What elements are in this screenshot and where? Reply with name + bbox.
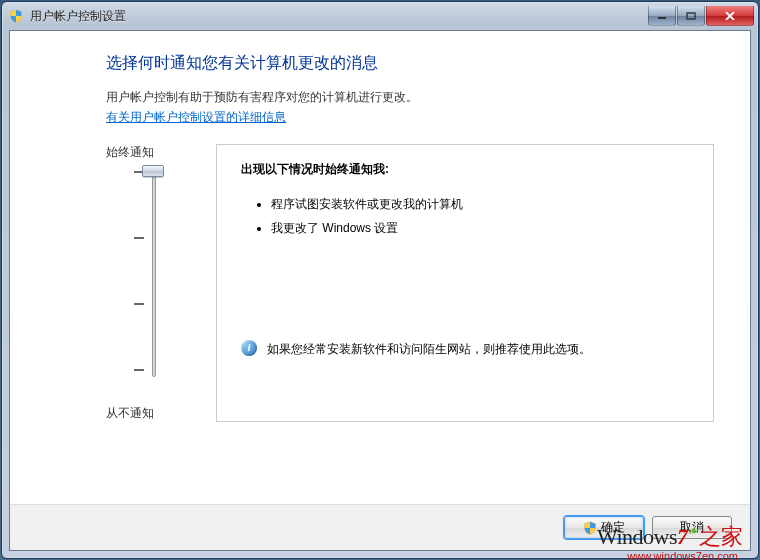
recommendation-text: 如果您经常安装新软件和访问陌生网站，则推荐使用此选项。 bbox=[267, 340, 591, 359]
intro-text: 用户帐户控制有助于预防有害程序对您的计算机进行更改。 bbox=[106, 88, 714, 107]
maximize-button[interactable] bbox=[677, 6, 705, 26]
titlebar[interactable]: 用户帐户控制设置 bbox=[2, 2, 758, 30]
svg-rect-1 bbox=[687, 13, 695, 19]
list-item: 程序试图安装软件或更改我的计算机 bbox=[271, 192, 689, 216]
slider-column: 始终通知 从不通知 bbox=[46, 144, 216, 422]
ok-label: 确定 bbox=[601, 519, 625, 536]
window-controls bbox=[648, 6, 754, 26]
slider[interactable] bbox=[46, 167, 216, 397]
button-row: 确定 取消 bbox=[10, 504, 750, 550]
page-title: 选择何时通知您有关计算机更改的消息 bbox=[106, 53, 714, 74]
close-button[interactable] bbox=[706, 6, 754, 26]
ok-button[interactable]: 确定 bbox=[564, 516, 644, 539]
slider-tick bbox=[134, 237, 144, 239]
slider-track bbox=[152, 167, 156, 377]
uac-shield-icon bbox=[8, 8, 24, 24]
recommendation-note: i 如果您经常安装新软件和访问陌生网站，则推荐使用此选项。 bbox=[241, 340, 689, 359]
client-area: 选择何时通知您有关计算机更改的消息 用户帐户控制有助于预防有害程序对您的计算机进… bbox=[9, 30, 751, 551]
slider-label-never: 从不通知 bbox=[106, 405, 216, 422]
cancel-label: 取消 bbox=[680, 519, 704, 536]
window-title: 用户帐户控制设置 bbox=[30, 8, 648, 25]
description-heading: 出现以下情况时始终通知我: bbox=[241, 161, 689, 178]
slider-label-always: 始终通知 bbox=[106, 144, 216, 161]
slider-thumb[interactable] bbox=[142, 165, 164, 177]
minimize-button[interactable] bbox=[648, 6, 676, 26]
main-area: 始终通知 从不通知 出现以下情况时始终通知我: 程序试图安装软件或更改我的计算机… bbox=[46, 144, 714, 422]
cancel-button[interactable]: 取消 bbox=[652, 516, 732, 539]
list-item: 我更改了 Windows 设置 bbox=[271, 216, 689, 240]
slider-tick bbox=[134, 369, 144, 371]
window-frame: 用户帐户控制设置 选择何时通知您有关计算机更改的消息 用户帐户控制有助于预防有害… bbox=[1, 1, 759, 559]
description-panel: 出现以下情况时始终通知我: 程序试图安装软件或更改我的计算机 我更改了 Wind… bbox=[216, 144, 714, 422]
description-list: 程序试图安装软件或更改我的计算机 我更改了 Windows 设置 bbox=[271, 192, 689, 240]
uac-shield-icon bbox=[583, 521, 597, 535]
slider-tick bbox=[134, 303, 144, 305]
more-info-link[interactable]: 有关用户帐户控制设置的详细信息 bbox=[106, 109, 286, 126]
info-icon: i bbox=[241, 340, 257, 356]
svg-rect-0 bbox=[658, 17, 666, 19]
